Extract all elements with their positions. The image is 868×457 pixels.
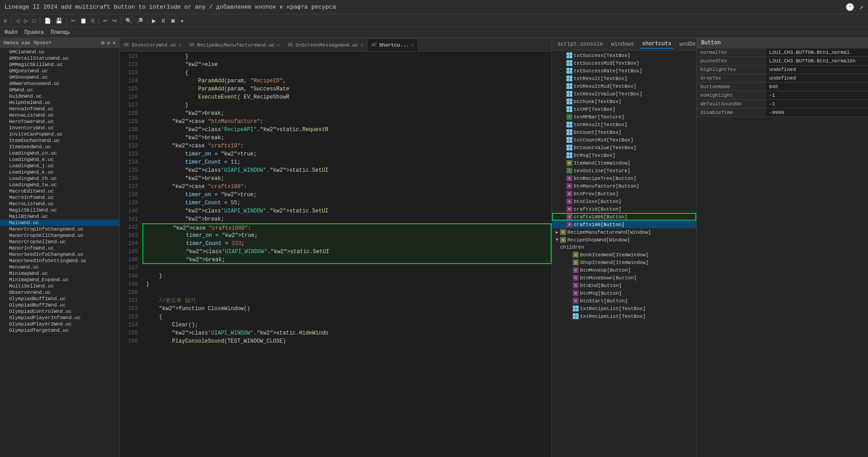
sidebar-item-31[interactable]: ManorInfoWnd.uc (0, 245, 119, 251)
menu-edit[interactable]: Правка (24, 29, 44, 36)
tree-item-1[interactable]: txtSuccessMid[TextBox] (552, 59, 696, 67)
sidebar-item-2[interactable]: GMMagicSkillWnd.uc (0, 61, 119, 68)
tree-toggle-24[interactable]: ▼ (554, 237, 560, 242)
clock-icon[interactable]: 🕐 (845, 3, 854, 12)
sidebar-item-18[interactable]: LoadingWnd_j.uc (0, 163, 119, 169)
tree-item-13[interactable]: btMsg[TextBox] (552, 151, 696, 159)
sidebar-item-33[interactable]: ManorSeedInfoSettingWnd.uc (0, 258, 119, 264)
tree-item-27[interactable]: ⊞ShopItemWnd[ItemWindow] (552, 259, 696, 266)
zoom-btn[interactable]: 🔎 (135, 17, 145, 25)
sidebar-close-icon[interactable]: ✕ (113, 40, 116, 46)
sidebar-item-9[interactable]: HennaInfoWnd.uc (0, 106, 119, 112)
sidebar-item-5[interactable]: GMWarehouseWnd.uc (0, 80, 119, 87)
record-btn[interactable]: ● (179, 17, 185, 25)
tree-container[interactable]: txtSuccess[TextBox] txtSuccessMid[TextBo… (552, 51, 696, 457)
sidebar-item-43[interactable]: OlympiadPlayer2Wnd.uc (0, 321, 119, 327)
back-btn[interactable]: ◁ (14, 17, 21, 25)
tree-item-28[interactable]: ⊞btnMoveUp[Button] (552, 266, 696, 274)
tab-shortcuts[interactable]: UC Shortcu... ✕ (367, 38, 418, 51)
prop-value-1[interactable]: L2UI_CH3.BUTTON.Btn1_normalOn (765, 57, 868, 66)
sidebar-item-1[interactable]: GMDetailStatusWnd.uc (0, 55, 119, 61)
tree-item-32[interactable]: ⊞btnStart[Button] (552, 297, 696, 305)
stop2-btn[interactable]: ⏹ (169, 17, 178, 25)
tree-item-7[interactable]: txtMP[TextBox] (552, 105, 696, 113)
tree-item-3[interactable]: txtResult[TextBox] (552, 75, 696, 82)
tab-inventorywnd-close[interactable]: ✕ (179, 42, 181, 48)
sidebar-item-11[interactable]: HeroTowerWnd.uc (0, 118, 119, 125)
sidebar-item-19[interactable]: LoadingWnd_k.uc (0, 169, 119, 175)
sidebar-item-26[interactable]: MailBtnWnd.uc (0, 213, 119, 220)
tree-item-23[interactable]: ▶⊞RecipeManufactureWnd[Window] (552, 228, 696, 236)
tree-item-31[interactable]: ⊞btnMsg[Button] (552, 289, 696, 297)
tree-toggle-23[interactable]: ▶ (554, 230, 560, 235)
sidebar-item-14[interactable]: ItemEnchantWnd.uc (0, 137, 119, 144)
sidebar-item-0[interactable]: GMClanWnd.uc (0, 49, 119, 55)
sidebar-item-16[interactable]: LoadingWnd_cn.uc (0, 150, 119, 156)
prop-value-4[interactable]: 645 (765, 83, 868, 91)
tree-item-22[interactable]: ⊞craftx100[Button] (552, 221, 696, 228)
sidebar-item-3[interactable]: GMQuestWnd.uc (0, 68, 119, 74)
new-btn[interactable]: 📄 (42, 17, 53, 25)
copy-btn[interactable]: ⎘ (90, 17, 96, 25)
tree-item-0[interactable]: txtSuccess[TextBox] (552, 52, 696, 59)
tab-onscreen[interactable]: UC OnScreenMessageWnd.uc ✕ (284, 38, 368, 51)
prop-value-2[interactable]: undefined (765, 66, 868, 74)
sidebar-expand-icon[interactable]: ⊡ (101, 40, 104, 46)
sec-tab-shortcuts[interactable]: shortcuts (640, 40, 673, 49)
sidebar-item-12[interactable]: InventoryWnd.uc (0, 125, 119, 131)
sidebar-item-42[interactable]: OlympiadPlayerInfoWnd.uc (0, 315, 119, 321)
sidebar-item-25[interactable]: MagicSkillWnd.uc (0, 207, 119, 213)
sidebar-item-35[interactable]: MinimapWnd.uc (0, 270, 119, 277)
sidebar-item-38[interactable]: ObserverWnd.uc (0, 289, 119, 296)
tree-item-4[interactable]: txtResultMid[TextBox] (552, 82, 696, 90)
sidebar-refresh-icon[interactable]: ↺ (107, 40, 110, 46)
tree-item-21[interactable]: ⊞craftx1000[Button] (552, 213, 696, 221)
sidebar-item-41[interactable]: OlympiadControlWnd.uc (0, 308, 119, 315)
share-icon[interactable]: ↗ (859, 3, 863, 12)
tree-item-17[interactable]: ⊞btnManufacture[Button] (552, 182, 696, 190)
tree-item-19[interactable]: ⊞btnClose[Button] (552, 198, 696, 205)
tab-inventorywnd[interactable]: UC InventoryWnd.uc ✕ (120, 38, 185, 51)
redo-btn[interactable]: ↪ (110, 17, 118, 25)
sidebar-item-36[interactable]: MinimapWnd_Expand.uc (0, 277, 119, 283)
sidebar-item-44[interactable]: OlympiadTargetWnd.uc (0, 327, 119, 334)
save-btn[interactable]: 💾 (54, 17, 64, 25)
cut-btn[interactable]: ✂ (69, 17, 77, 25)
prop-value-5[interactable]: -1 (765, 91, 868, 100)
tree-item-26[interactable]: ⊞BookItemWnd[ItemWindow] (552, 251, 696, 259)
sidebar-item-39[interactable]: OlympiadBuff1Wnd.uc (0, 296, 119, 302)
tree-item-6[interactable]: btChunk[TextBox] (552, 98, 696, 105)
sidebar-item-7[interactable]: GuideWnd.uc (0, 93, 119, 99)
run-btn[interactable]: ▶ (150, 17, 158, 25)
tab-recipebuy-close[interactable]: ✕ (277, 42, 280, 48)
undo-btn[interactable]: ↩ (101, 17, 109, 25)
tree-item-30[interactable]: ⊞btnEnd[Button] (552, 282, 696, 289)
prop-value-3[interactable]: undefined (765, 74, 868, 83)
stop-btn[interactable]: □ (31, 17, 38, 25)
sidebar-item-15[interactable]: ItemSeedWnd.uc (0, 144, 119, 150)
sidebar-item-10[interactable]: HennaListWnd.uc (0, 112, 119, 118)
sidebar-item-32[interactable]: ManorSeedInfoChangeWnd.uc (0, 251, 119, 258)
tree-item-29[interactable]: ⊞btnMoveDown[Button] (552, 274, 696, 282)
tree-item-34[interactable]: txtRecipeList[TextBox] (552, 312, 696, 320)
tree-item-11[interactable]: txtCountMid[TextBox] (552, 136, 696, 144)
sidebar-item-13[interactable]: InviteCanPopWnd.uc (0, 131, 119, 137)
sidebar-item-17[interactable]: LoadingWnd_e.uc (0, 156, 119, 163)
tree-item-16[interactable]: ⊞btnRecipeTree[Button] (552, 174, 696, 182)
sidebar-item-4[interactable]: GMSnoopWnd.uc (0, 74, 119, 80)
sidebar-item-24[interactable]: MacroListWnd.uc (0, 201, 119, 207)
forward-btn[interactable]: ▷ (22, 17, 30, 25)
tree-item-33[interactable]: txtRecipeList[TextBox] (552, 305, 696, 312)
prop-value-0[interactable]: L2UI_CH3.BUTTON.Btn1_normal (765, 48, 868, 57)
sidebar-item-37[interactable]: MultiSellWnd.uc (0, 283, 119, 289)
sidebar-item-27[interactable]: MainWnd.uc (0, 220, 119, 226)
sidebar-item-22[interactable]: MacroEditWnd.uc (0, 188, 119, 194)
tree-item-5[interactable]: txtResultValue[TextBox] (552, 90, 696, 98)
sidebar-item-34[interactable]: MenuWnd.uc (0, 264, 119, 270)
sidebar-item-29[interactable]: ManorCropSellChangeWnd.uc (0, 232, 119, 239)
menu-file[interactable]: Файл (5, 29, 18, 36)
tab-onscreen-close[interactable]: ✕ (360, 42, 363, 48)
tree-item-2[interactable]: txtSuccessRate[TextBox] (552, 67, 696, 75)
menu-help[interactable]: Помощь (51, 29, 70, 36)
tree-item-20[interactable]: ⊞craftx10[Button] (552, 205, 696, 213)
